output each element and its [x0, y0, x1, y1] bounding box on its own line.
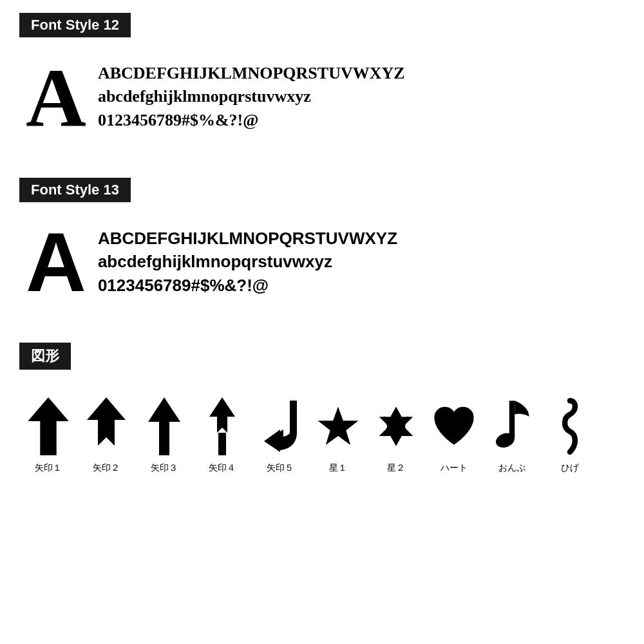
heart-icon	[431, 394, 477, 459]
shape-arrow5: 矢印５	[251, 394, 309, 474]
font-12-char-rows: ABCDEFGHIJKLMNOPQRSTUVWXYZ abcdefghijklm…	[98, 55, 405, 132]
arrow5-icon	[258, 394, 303, 459]
shape-arrow4: 矢印４	[193, 394, 251, 474]
font-12-row-nums: 0123456789#$%&?!@	[98, 109, 405, 132]
svg-marker-0	[28, 397, 69, 455]
font-13-big-letter: A	[26, 220, 86, 304]
heart-label: ハート	[440, 462, 468, 474]
arrow3-icon	[142, 394, 187, 459]
shapes-section: 図形 矢印１ 矢印２	[19, 343, 625, 480]
shape-star2: 星２	[367, 394, 425, 474]
font-13-row-nums: 0123456789#$%&?!@	[98, 274, 397, 297]
font-style-13-label: Font Style 13	[19, 178, 131, 202]
font-style-12-preview: A ABCDEFGHIJKLMNOPQRSTUVWXYZ abcdefghijk…	[19, 49, 625, 152]
shape-note: おんぷ	[483, 394, 541, 474]
font-13-row-upper: ABCDEFGHIJKLMNOPQRSTUVWXYZ	[98, 227, 397, 250]
page: Font Style 12 A ABCDEFGHIJKLMNOPQRSTUVWX…	[0, 0, 644, 493]
font-13-row-lower: abcdefghijklmnopqrstuvwxyz	[98, 250, 397, 273]
font-12-big-letter: A	[26, 55, 86, 139]
shape-star1: 星１	[309, 394, 367, 474]
star2-icon	[374, 394, 419, 459]
font-style-12-section: Font Style 12 A ABCDEFGHIJKLMNOPQRSTUVWX…	[19, 13, 625, 152]
shape-arrow2: 矢印２	[77, 394, 135, 474]
arrow5-label: 矢印５	[267, 462, 294, 474]
note-icon	[489, 394, 535, 459]
shape-hige: ひげ	[541, 394, 599, 474]
arrow2-label: 矢印２	[93, 462, 120, 474]
hige-label: ひげ	[561, 462, 579, 474]
font-13-char-rows: ABCDEFGHIJKLMNOPQRSTUVWXYZ abcdefghijklm…	[98, 220, 397, 297]
arrow1-icon	[26, 394, 71, 459]
shape-arrow3: 矢印３	[135, 394, 193, 474]
shapes-grid: 矢印１ 矢印２ 矢印３	[19, 381, 625, 480]
svg-marker-5	[318, 406, 359, 445]
arrow4-label: 矢印４	[209, 462, 236, 474]
svg-marker-2	[148, 397, 180, 455]
font-style-13-section: Font Style 13 A ABCDEFGHIJKLMNOPQRSTUVWX…	[19, 178, 625, 317]
star2-label: 星２	[387, 462, 405, 474]
shape-heart: ハート	[425, 394, 483, 474]
svg-marker-3	[209, 397, 235, 433]
note-label: おんぷ	[498, 462, 526, 474]
star1-label: 星１	[329, 462, 347, 474]
svg-marker-1	[87, 397, 126, 446]
arrow2-icon	[84, 394, 129, 459]
shapes-label: 図形	[19, 343, 71, 370]
shape-arrow1: 矢印１	[19, 394, 77, 474]
font-12-row-upper: ABCDEFGHIJKLMNOPQRSTUVWXYZ	[98, 62, 405, 85]
svg-rect-8	[509, 401, 515, 438]
hige-icon	[547, 394, 592, 459]
arrow4-icon	[200, 394, 245, 459]
star1-icon	[316, 394, 361, 459]
arrow1-label: 矢印１	[35, 462, 62, 474]
font-12-row-lower: abcdefghijklmnopqrstuvwxyz	[98, 85, 405, 108]
arrow3-label: 矢印３	[151, 462, 178, 474]
svg-rect-4	[218, 433, 226, 455]
font-style-13-preview: A ABCDEFGHIJKLMNOPQRSTUVWXYZ abcdefghijk…	[19, 214, 625, 317]
font-style-12-label: Font Style 12	[19, 13, 131, 37]
